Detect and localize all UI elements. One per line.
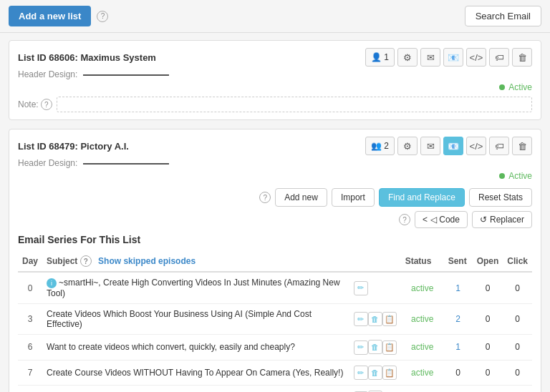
list-2-subscriber-count[interactable]: 👥 2 [365,137,395,155]
list-2-title: List ID 68479: Pictory A.I. [18,141,129,152]
table-row: 6Want to create videos which convert, qu… [18,335,532,361]
list-1-icons: 👤 1 ⚙ ✉ 📧 </> 🏷 🗑 [365,48,532,67]
list-1-email-icon[interactable]: ✉ [420,48,440,67]
toolbar-row-2: ? < ◁ Code ↺ Replacer [18,211,532,228]
col-header-day: Day [18,251,42,272]
list-2-delete-icon[interactable]: 🗑 [512,137,532,155]
delete-icon-btn-1[interactable]: 🗑 [368,312,382,326]
toolbar-row2-help-icon[interactable]: ? [399,214,410,225]
status-badge-1: active [411,314,433,324]
col-header-subject: Subject ? Show skipped episodes [42,251,349,272]
list-card-2: List ID 68479: Pictory A.I. 👥 2 ⚙ ✉ 📧 </… [9,129,541,392]
cell-day-2: 6 [18,335,42,361]
list-2-envelope2-icon[interactable]: 📧 [443,137,463,155]
toolbar-row-1: ? Add new Import Find and Replace Reset … [18,188,532,207]
cell-status-3: active [401,360,444,386]
cell-icons-0: ✏ [349,272,401,304]
cell-sent-2: 1 [444,335,473,361]
table-row: 3Create Videos Which Boost Your Business… [18,304,532,335]
list-2-email-icon[interactable]: ✉ [420,137,440,155]
edit-icon-btn-3[interactable]: ✏ [354,366,368,380]
cell-day-4: 10 [18,386,42,393]
copy-icon-btn-2[interactable]: 📋 [382,340,397,355]
copy-icon-btn-1[interactable]: 📋 [382,312,397,326]
list-2-tag-icon[interactable]: 🏷 [489,137,509,155]
code-button[interactable]: < ◁ Code [415,211,468,228]
reset-stats-button[interactable]: Reset Stats [469,188,532,207]
sent-count-0[interactable]: 1 [455,283,460,293]
subject-text-3: Create Course Videos WITHOUT Having To A… [47,368,343,378]
info-icon: i [47,278,57,288]
cell-day-1: 3 [18,304,42,335]
cell-icons-4: ✏🗑 [349,386,401,393]
list-1-tag-icon[interactable]: 🏷 [489,48,509,67]
search-email-button[interactable]: Search Email [465,6,541,26]
table-row: 0i~smartHi~, Create High Converting Vide… [18,272,532,304]
top-bar: Add a new list ? Search Email [0,0,550,33]
list-1-header-design: Header Design: [18,69,532,79]
cell-click-1: 0 [503,304,532,335]
cell-subject-4: Switch to List 64731, starting from Day … [42,386,349,393]
subject-text-0: ~smartHi~, Create High Converting Videos… [47,278,340,298]
import-button[interactable]: Import [332,188,375,207]
status-badge-0: active [411,283,433,293]
edit-icon-btn-1[interactable]: ✏ [354,312,368,326]
list-2-status: Active [18,171,532,181]
list-1-code-icon[interactable]: </> [466,48,486,67]
sent-count-1[interactable]: 2 [455,314,460,324]
cell-icons-2: ✏🗑📋 [349,335,401,361]
table-row: 10Switch to List 64731, starting from Da… [18,386,532,393]
cell-open-3: 0 [473,360,503,386]
list-1-title: List ID 68606: Maximus System [18,52,156,63]
top-left: Add a new list ? [9,6,108,26]
find-replace-button[interactable]: Find and Replace [379,188,465,207]
cell-subject-1: Create Videos Which Boost Your Business … [42,304,349,335]
cell-sent-1: 2 [444,304,473,335]
series-title: Email Series For This List [18,234,532,245]
cell-open-0: 0 [473,272,503,304]
cell-icons-3: ✏🗑📋 [349,360,401,386]
list-2-icons: 👥 2 ⚙ ✉ 📧 </> 🏷 🗑 [365,137,532,155]
cell-open-4: - [473,386,503,393]
status-badge-3: active [411,368,433,378]
list-1-settings-icon[interactable]: ⚙ [397,48,418,67]
persons-icon: 👥 [371,141,382,151]
cell-status-1: active [401,304,444,335]
list-2-settings-icon[interactable]: ⚙ [397,137,418,155]
list-1-envelope2-icon[interactable]: 📧 [443,48,463,67]
code-icon: < [423,215,428,225]
table-header-row: Day Subject ? Show skipped episodes Stat… [18,251,532,272]
col-header-click: Click [503,251,532,272]
subject-help-icon[interactable]: ? [80,255,92,267]
list-2-code-icon[interactable]: </> [466,137,486,155]
sent-count-2[interactable]: 1 [455,342,460,352]
help-icon[interactable]: ? [97,11,108,22]
list-2-status-dot [499,173,505,179]
cell-click-0: 0 [503,272,532,304]
subject-text-2: Want to create videos which convert, qui… [47,342,295,352]
toolbar-help-icon[interactable]: ? [259,192,271,203]
edit-icon-btn-0[interactable]: ✏ [354,281,368,295]
show-skipped-link[interactable]: Show skipped episodes [98,256,196,266]
col-header-icons [349,251,401,272]
list-card-1: List ID 68606: Maximus System 👤 1 ⚙ ✉ 📧 … [9,40,541,120]
list-1-note-input[interactable] [57,97,532,112]
list-1-note-help-icon[interactable]: ? [41,99,52,110]
list-2-header-design: Header Design: [18,158,532,168]
delete-icon-btn-2[interactable]: 🗑 [368,340,382,354]
add-new-button[interactable]: Add new [275,188,327,207]
cell-icons-1: ✏🗑📋 [349,304,401,335]
add-new-list-button[interactable]: Add a new list [9,6,91,26]
cell-sent-3: 0 [444,360,473,386]
list-1-subscriber-count[interactable]: 👤 1 [365,48,395,67]
delete-icon-btn-3[interactable]: 🗑 [368,366,382,380]
edit-icon-btn-2[interactable]: ✏ [354,340,368,355]
copy-icon-btn-3[interactable]: 📋 [382,366,397,380]
list-1-delete-icon[interactable]: 🗑 [512,48,532,67]
cell-open-1: 0 [473,304,503,335]
table-row: 7Create Course Videos WITHOUT Having To … [18,360,532,386]
cell-subject-3: Create Course Videos WITHOUT Having To A… [42,360,349,386]
replacer-button[interactable]: ↺ Replacer [472,211,532,228]
subject-text-1: Create Videos Which Boost Your Business … [47,309,312,329]
cell-sent-4: - [444,386,473,393]
